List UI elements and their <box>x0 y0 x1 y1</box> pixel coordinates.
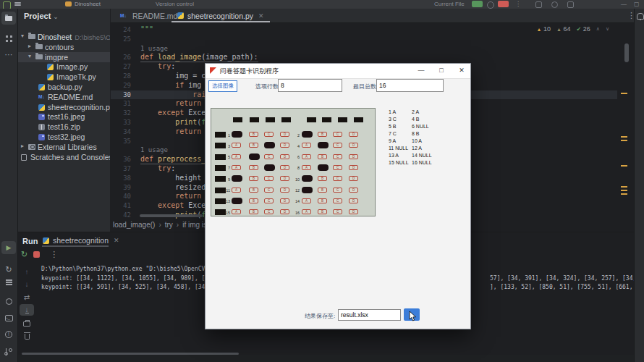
scrollbar-warning-mark[interactable] <box>621 93 627 94</box>
print-icon[interactable] <box>20 318 34 329</box>
editor-vscrollbar[interactable] <box>624 43 629 62</box>
titlebar-kebab-icon[interactable]: ⋮ <box>515 1 521 7</box>
scrollbar-warning-mark[interactable] <box>621 190 627 191</box>
project-tool-icon[interactable] <box>1 12 16 25</box>
usage-hint[interactable]: 1 usage <box>111 44 617 54</box>
soft-wrap-icon[interactable]: ⇄ <box>20 291 34 303</box>
run-tool-icon[interactable]: ▶ <box>1 241 16 254</box>
breadcrumb-item[interactable]: load_image() <box>113 221 155 229</box>
stop-button[interactable] <box>498 1 509 7</box>
tree-item-image-py[interactable]: Image.py <box>18 62 110 72</box>
window-maximize-icon[interactable]: ▢ <box>634 1 640 7</box>
scroll-to-end-icon[interactable]: ↓ <box>20 304 34 316</box>
tree-item-backup-py[interactable]: backup.py <box>18 82 110 92</box>
clear-console-icon[interactable] <box>20 331 34 342</box>
notifications-bell-icon[interactable] <box>637 13 644 20</box>
code-line-24[interactable]: 24""" <box>111 25 617 35</box>
breadcrumb[interactable]: load_image()›try›if img is No <box>113 221 219 229</box>
titlebar-vcs-widget[interactable]: Version control <box>156 1 194 7</box>
down-stack-icon[interactable]: ↓ <box>20 278 34 290</box>
option-bubble: C <box>264 198 274 203</box>
option-bubble: D <box>280 154 289 159</box>
dialog-title-bar[interactable]: 问卷答题卡识别程序 — □ ✕ <box>206 64 470 79</box>
total-questions-input[interactable] <box>376 79 444 92</box>
hamburger-menu-icon[interactable] <box>14 2 21 4</box>
run-config-selector[interactable]: Current File <box>434 1 465 7</box>
terminal-tool-icon[interactable]: ›_ <box>1 311 16 324</box>
run-panel-title[interactable]: Run <box>22 237 38 245</box>
up-stack-icon[interactable]: ↑ <box>20 266 34 277</box>
dialog-minimize-button[interactable]: — <box>412 64 430 78</box>
calibration-marker <box>338 117 347 122</box>
run-kebab-icon[interactable]: ⋮ <box>50 250 58 259</box>
structure-tool-icon[interactable] <box>1 32 16 45</box>
settings-gear-icon[interactable] <box>567 1 574 8</box>
tree-item-external-libraries[interactable]: ▸External Libraries <box>18 142 110 152</box>
run-button[interactable] <box>472 1 483 7</box>
select-image-button[interactable]: 选择图像 <box>208 80 237 92</box>
tree-item-test16-zip[interactable]: test16.zip <box>18 122 110 132</box>
chevron-down-icon[interactable]: ▾ <box>28 53 31 59</box>
code-text: try: <box>140 164 175 174</box>
option-bubble: C <box>333 165 342 170</box>
chevron-right-icon[interactable]: ▸ <box>21 143 24 149</box>
scrollbar-warning-mark[interactable] <box>621 140 627 141</box>
folder-icon <box>35 54 43 59</box>
code-line-26[interactable]: 26def load_image(image_path): <box>111 53 617 62</box>
scrollbar-warning-mark[interactable] <box>621 193 627 195</box>
breadcrumb-item[interactable]: try <box>165 221 173 229</box>
option-bubble: B <box>249 209 258 214</box>
tree-item-imgpre[interactable]: ▾imgpre <box>18 52 110 62</box>
tab-sheetrecognition[interactable]: sheetrecognition.py ✕ <box>171 9 270 22</box>
rerun-icon[interactable]: ↻ <box>21 250 27 259</box>
window-minimize-icon[interactable]: — <box>621 1 627 7</box>
tree-item-test32-jpeg[interactable]: test32.jpeg <box>18 132 110 142</box>
line-number: 41 <box>111 201 131 211</box>
tree-item-contours[interactable]: ▸contours <box>18 42 110 52</box>
profiler-tool-icon[interactable] <box>1 295 16 308</box>
stop-icon[interactable] <box>33 251 40 258</box>
chevron-down-icon[interactable]: ▾ <box>21 33 24 39</box>
scrollbar-warning-mark[interactable] <box>621 165 627 167</box>
editor-hscrollbar[interactable] <box>140 214 203 217</box>
code-line-25[interactable]: 25 <box>111 35 617 44</box>
question-number: 1 <box>223 133 230 138</box>
debug-button[interactable] <box>487 1 494 9</box>
option-bubble: B <box>318 188 327 193</box>
option-bubble: A <box>232 143 241 148</box>
line-number: 34 <box>111 127 131 137</box>
filled-bubble <box>302 175 313 182</box>
vcs-tool-icon[interactable] <box>1 345 16 358</box>
option-rows-input[interactable] <box>278 79 342 92</box>
search-icon[interactable] <box>551 1 558 8</box>
line-number: 42 <box>111 211 131 220</box>
close-icon[interactable]: ✕ <box>114 237 119 244</box>
scrollbar-warning-mark[interactable] <box>621 136 627 138</box>
console-line-fragment: 57], [34, 391], [34, 324], [34, 257], [3… <box>490 275 644 282</box>
dialog-maximize-button[interactable]: □ <box>433 64 450 78</box>
run-process-tab[interactable]: sheetrecognition ✕ <box>43 236 119 245</box>
scrollbar-warning-mark[interactable] <box>621 186 627 188</box>
question-number: 15 <box>223 211 230 215</box>
tree-item-readme-md[interactable]: M↓README.md <box>18 92 110 102</box>
question-number: 8 <box>292 166 300 170</box>
project-panel-header[interactable]: Project ⌄ <box>24 12 59 20</box>
python-icon <box>47 64 54 70</box>
option-bubble: B <box>249 143 258 148</box>
tree-item-test16-jpeg[interactable]: test16.jpeg <box>18 111 110 122</box>
chevron-right-icon[interactable]: ▸ <box>28 43 31 49</box>
more-tools-icon[interactable]: ⋯ <box>1 48 16 61</box>
tree-item-scratches-and-consoles[interactable]: Scratches and Consoles <box>18 152 110 162</box>
folder-icon <box>5 16 12 21</box>
tree-item-imagetk-py[interactable]: ImageTk.py <box>18 72 110 82</box>
dialog-close-button[interactable]: ✕ <box>453 64 470 78</box>
close-icon[interactable]: ✕ <box>258 12 264 20</box>
services-tool-icon[interactable] <box>1 276 16 289</box>
tree-item-dinosheet[interactable]: ▾DinosheetD:\bishe5\Ope <box>18 32 110 42</box>
titlebar-project-name[interactable]: Dinosheet <box>75 1 101 7</box>
tree-item-sheetrecognition-py[interactable]: sheetrecognition.py <box>18 102 110 112</box>
commit-tool-icon[interactable]: ↻ <box>1 263 16 276</box>
problems-tool-icon[interactable]: ! <box>1 328 16 341</box>
save-filename-input[interactable] <box>338 309 401 321</box>
sync-icon[interactable] <box>535 1 542 8</box>
